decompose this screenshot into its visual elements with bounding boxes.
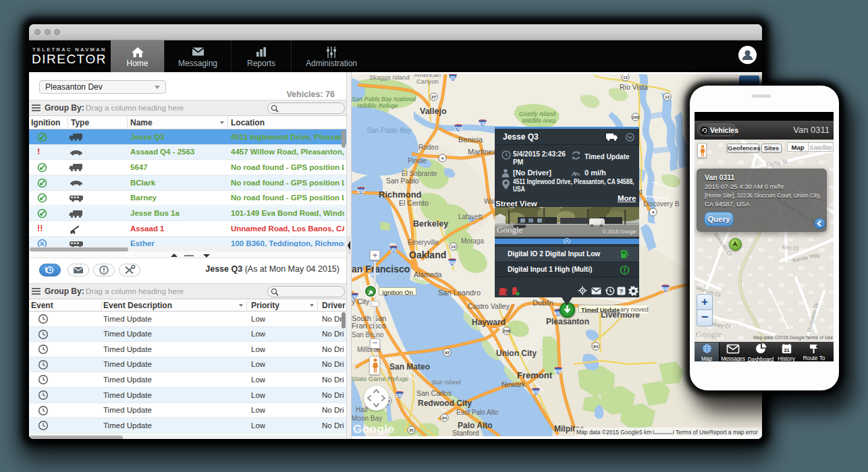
svg-text:280: 280 bbox=[352, 294, 358, 299]
svg-text:35: 35 bbox=[409, 427, 414, 432]
svg-text:238: 238 bbox=[503, 328, 510, 333]
svg-text:680: 680 bbox=[479, 121, 487, 125]
svg-text:31: 31 bbox=[784, 347, 789, 353]
svg-text:280: 280 bbox=[396, 392, 404, 397]
svg-text:13: 13 bbox=[451, 244, 456, 249]
svg-text:880: 880 bbox=[533, 389, 540, 394]
svg-text:37: 37 bbox=[431, 94, 436, 99]
svg-text:12: 12 bbox=[623, 75, 628, 80]
svg-text:160: 160 bbox=[632, 115, 639, 119]
svg-text:580: 580 bbox=[358, 188, 365, 193]
svg-text:4: 4 bbox=[651, 210, 654, 214]
svg-text:92: 92 bbox=[445, 350, 450, 355]
svg-text:80: 80 bbox=[450, 75, 456, 80]
svg-text:4: 4 bbox=[441, 156, 443, 160]
svg-text:680: 680 bbox=[555, 368, 562, 373]
svg-text:580: 580 bbox=[662, 286, 670, 291]
svg-text:12: 12 bbox=[665, 94, 670, 99]
svg-text:780: 780 bbox=[455, 125, 462, 130]
svg-text:80: 80 bbox=[391, 247, 396, 252]
svg-text:?: ? bbox=[620, 287, 624, 295]
svg-text:84: 84 bbox=[593, 344, 598, 349]
svg-text:580: 580 bbox=[449, 260, 456, 264]
svg-text:84: 84 bbox=[442, 415, 447, 420]
